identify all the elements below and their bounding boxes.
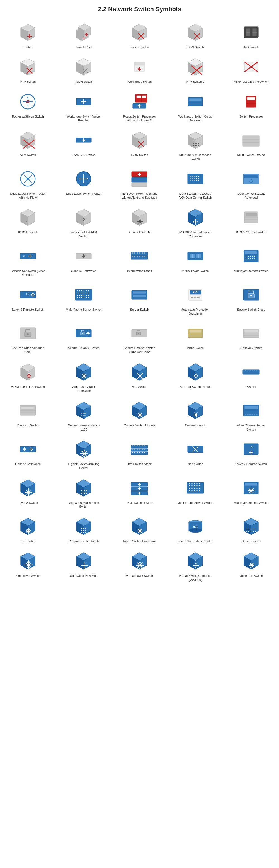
icon-58 [128,438,151,460]
symbol-label: Route/Switch Processor with and without … [121,115,157,123]
icon-10 [240,56,262,78]
icon-46 [17,361,39,383]
svg-text:Protection: Protection [191,297,200,299]
svg-rect-281 [254,256,255,257]
svg-rect-442 [244,406,258,409]
svg-rect-259 [134,252,135,253]
svg-rect-573 [191,486,192,486]
list-item: Route/Switch Processor with and without … [112,88,167,126]
svg-rect-183 [190,176,191,177]
svg-rect-277 [246,256,246,257]
symbol-label: Switch Processor [239,115,263,118]
symbol-label: Secure Switch Subdued Color [10,346,46,354]
symbol-label: LAN2LAN Switch [72,153,95,157]
symbol-label: Atm Tag Switch Router [180,385,211,389]
symbol-label: ISDN Switch [131,153,148,157]
icon-43 [128,322,151,344]
svg-rect-282 [246,258,246,259]
svg-rect-199 [244,175,258,178]
svg-rect-483 [142,445,143,446]
list-item: L2 Layer 2 Remote Switch [223,435,279,474]
svg-text:L2: L2 [27,293,30,296]
svg-rect-482 [140,445,140,446]
symbol-label: Router With Silicon Switch [177,539,213,543]
svg-rect-147 [198,143,199,144]
svg-rect-494 [140,452,140,453]
symbol-label: Router w/Silicon Switch [12,115,44,118]
list-item: MGX 8000 Multiservice Switch [167,126,223,165]
icon-41 [17,322,39,344]
icon-14 [184,91,207,113]
list-item: Multi- Switch Device [223,126,279,165]
list-item: C Generic Softswitch (Cisco Branded) [0,242,56,281]
icon-24 [184,168,207,190]
svg-rect-257 [131,256,148,259]
svg-rect-184 [192,176,193,177]
svg-rect-151 [198,145,199,146]
svg-text:L2: L2 [250,446,252,448]
list-item: PBX/ Switch [167,319,223,358]
list-item: Router w/Silicon Switch [0,88,56,126]
symbol-label: A-B Switch [244,45,259,49]
svg-rect-576 [199,486,200,486]
list-item: Intelliswitch Stack [112,435,167,474]
svg-rect-267 [140,256,140,257]
list-item: SW Edge Label Switch Router with NetFlow [0,165,56,204]
svg-text:(SI): (SI) [193,526,197,529]
symbol-label: Layer 3 Switch [18,501,38,505]
icon-28 [128,206,151,228]
list-item: Multi-Fabric Server Switch [167,474,223,513]
icon-2 [72,21,95,43]
symbol-label: Atm Switch [132,385,147,389]
svg-rect-195 [194,180,195,181]
svg-rect-319 [88,297,89,298]
icon-63 [128,477,151,499]
list-item: Generic Softswitch [56,242,112,281]
symbol-label: Switch [247,385,256,389]
svg-rect-570 [196,483,197,484]
list-item: Mgx 8000 Multiservice Switch [56,474,112,513]
list-item: Switch Symbol [112,19,167,53]
svg-rect-304 [82,292,82,293]
svg-rect-305 [84,292,85,293]
svg-rect-574 [194,486,195,486]
icon-6 [17,56,39,78]
list-item: ATM/FastGb Etherswitch [0,358,56,397]
svg-rect-296 [77,290,78,291]
svg-rect-193 [190,180,191,181]
symbol-label: Multi-Fabric Server Switch [66,308,101,312]
svg-rect-539 [84,492,85,492]
svg-rect-621 [83,532,84,533]
svg-rect-297 [79,290,80,291]
svg-rect-581 [199,488,200,489]
svg-rect-413 [85,413,86,414]
symbol-label: Virtual Layer Switch [126,574,153,578]
symbol-label: Virtual Switch Controller (vsc3000) [177,574,214,582]
svg-rect-495 [142,452,143,453]
symbol-label: IP DSL Switch [18,230,38,234]
svg-rect-481 [137,445,138,446]
symbol-label: Multilayer Remote Switch [234,501,269,505]
icon-47 [72,361,95,383]
icon-25 [240,168,262,190]
list-item: IntelliSwitch Stack [112,242,167,281]
symbols-grid: Switch [0,16,279,589]
svg-rect-411 [81,413,82,414]
svg-rect-276 [245,251,257,254]
list-item: Generic Softswitch [0,435,56,474]
svg-rect-578 [191,488,192,489]
list-item: L2 Layer 2 Remote Switch [0,281,56,320]
svg-point-225 [139,220,141,222]
svg-rect-484 [144,445,145,446]
list-item: Voice Atm Switch [223,547,279,586]
list-item: Gigabit Switch Atm Tag Router [56,435,112,474]
icon-45 [240,322,262,344]
svg-rect-622 [85,532,86,533]
svg-rect-572 [189,486,190,486]
svg-rect-112 [247,97,255,100]
svg-rect-350 [189,330,202,333]
svg-point-640 [189,528,202,532]
svg-rect-496 [144,452,145,453]
svg-rect-575 [196,486,197,486]
symbol-label: Multiswitch Device [127,501,152,505]
